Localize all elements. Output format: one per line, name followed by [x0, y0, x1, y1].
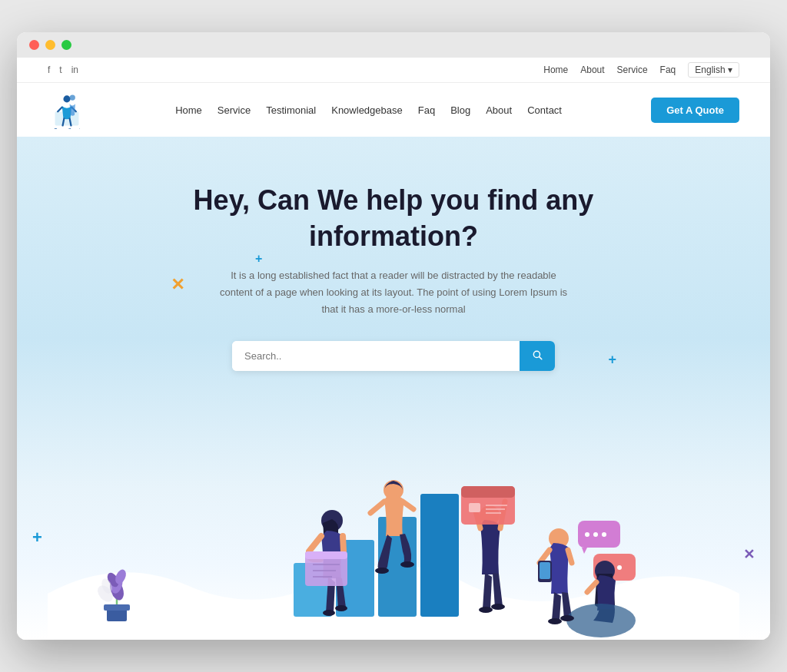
- nav-about[interactable]: About: [486, 104, 512, 116]
- linkedin-link[interactable]: in: [71, 65, 78, 75]
- search-bar: [232, 341, 555, 371]
- nav-faq[interactable]: Faq: [418, 104, 435, 116]
- logo-icon: Dream Smart DMS: [48, 91, 86, 129]
- main-nav: Dream Smart DMS Home Service Testimonial…: [17, 83, 770, 137]
- svg-point-53: [560, 615, 574, 621]
- get-a-quote-button[interactable]: Get A Quote: [651, 98, 739, 123]
- topbar-nav: Home About Service Faq English ▾: [543, 62, 739, 78]
- svg-point-40: [585, 532, 589, 537]
- nav-knowledgebase[interactable]: Knowledgebase: [331, 104, 403, 116]
- topbar-home-link[interactable]: Home: [543, 65, 568, 75]
- search-button[interactable]: [520, 341, 555, 371]
- topbar-about-link[interactable]: About: [580, 65, 604, 75]
- traffic-light-red[interactable]: [29, 40, 39, 50]
- deco-plus-blue-right: +: [608, 352, 616, 368]
- illustration-area: [48, 394, 739, 640]
- deco-x-orange: ✕: [171, 275, 184, 295]
- svg-rect-23: [305, 551, 347, 559]
- traffic-light-yellow[interactable]: [45, 40, 55, 50]
- hero-subtitle: It is a long established fact that a rea…: [217, 267, 570, 318]
- svg-point-47: [617, 565, 622, 570]
- nav-links: Home Service Testimonial Knowledgebase F…: [175, 104, 562, 116]
- svg-rect-37: [540, 562, 550, 579]
- svg-rect-8: [104, 604, 130, 611]
- deco-x-purple: ✕: [743, 546, 755, 563]
- browser-chrome: [17, 32, 770, 58]
- topbar-service-link[interactable]: Service: [617, 65, 648, 75]
- social-links: f t in: [48, 65, 78, 75]
- browser-window: f t in Home About Service Faq English ▾: [17, 32, 770, 640]
- page-content: f t in Home About Service Faq English ▾: [17, 58, 770, 640]
- top-bar: f t in Home About Service Faq English ▾: [17, 58, 770, 83]
- nav-home[interactable]: Home: [175, 104, 202, 116]
- svg-rect-31: [469, 503, 480, 512]
- hero-text-area: Hey, Can We help you find any informatio…: [163, 183, 624, 371]
- svg-point-50: [479, 607, 493, 613]
- nav-blog[interactable]: Blog: [450, 104, 470, 116]
- svg-rect-38: [578, 521, 620, 548]
- nav-service[interactable]: Service: [218, 104, 251, 116]
- main-illustration: [140, 409, 647, 640]
- svg-point-54: [375, 568, 389, 574]
- svg-marker-39: [582, 548, 587, 554]
- svg-point-42: [602, 532, 606, 537]
- deco-plus-blue-left: +: [32, 528, 42, 548]
- twitter-link[interactable]: t: [59, 65, 61, 75]
- nav-testimonial[interactable]: Testimonial: [266, 104, 316, 116]
- svg-point-21: [335, 605, 347, 611]
- svg-point-55: [400, 561, 414, 568]
- svg-line-6: [540, 357, 542, 359]
- svg-point-2: [70, 95, 75, 101]
- language-select[interactable]: English ▾: [688, 62, 739, 78]
- svg-rect-30: [461, 486, 515, 498]
- svg-point-51: [491, 604, 505, 610]
- svg-point-1: [63, 95, 70, 102]
- svg-text:Dream Smart: Dream Smart: [55, 127, 81, 129]
- nav-contact[interactable]: Contact: [527, 104, 562, 116]
- hero-section: ✕ + + ✕ + Hey, Can We help you find any …: [17, 137, 770, 640]
- topbar-faq-link[interactable]: Faq: [660, 65, 676, 75]
- search-input[interactable]: [232, 341, 520, 371]
- svg-rect-18: [420, 494, 459, 617]
- hero-title: Hey, Can We help you find any informatio…: [163, 183, 624, 255]
- deco-plus-blue-top: +: [255, 252, 262, 266]
- svg-point-52: [548, 618, 562, 624]
- plant-decoration: [90, 548, 144, 624]
- traffic-light-green[interactable]: [61, 40, 71, 50]
- svg-point-49: [566, 604, 636, 637]
- logo-area: Dream Smart DMS: [48, 91, 86, 129]
- svg-point-20: [323, 610, 335, 616]
- svg-point-41: [593, 532, 598, 537]
- facebook-link[interactable]: f: [48, 65, 50, 75]
